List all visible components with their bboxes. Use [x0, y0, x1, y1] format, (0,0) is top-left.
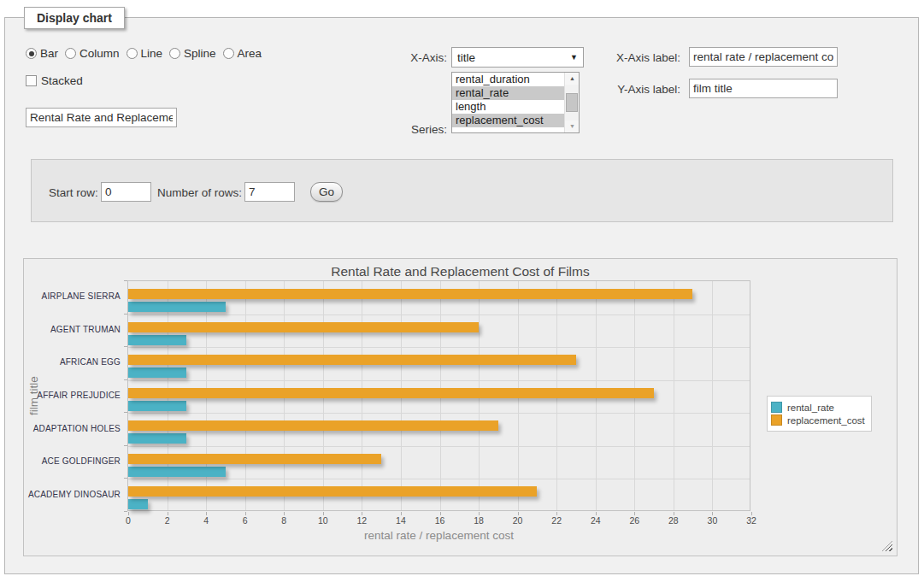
- resize-handle-icon[interactable]: [882, 541, 892, 551]
- gridline-horizontal: [128, 380, 750, 381]
- scrollbar-thumb[interactable]: [566, 93, 578, 112]
- radio-bar[interactable]: [26, 48, 37, 59]
- y-category-label: ACADEMY DINOSAUR: [24, 490, 121, 499]
- x-tick-label: 20: [513, 515, 523, 526]
- radio-line[interactable]: [127, 48, 138, 59]
- x-tick-label: 24: [591, 515, 601, 526]
- x-tick-label: 16: [435, 515, 445, 526]
- series-option-rental_duration[interactable]: rental_duration: [452, 73, 564, 86]
- series-option-length[interactable]: length: [452, 100, 564, 114]
- start-row-input[interactable]: [101, 182, 151, 202]
- y-axis-label-input[interactable]: [689, 79, 838, 98]
- legend-item-rental_rate: rental_rate: [771, 402, 865, 413]
- radio-spline[interactable]: [169, 48, 180, 59]
- y-tick-mark: [124, 511, 127, 512]
- x-tick-label: 26: [629, 515, 639, 526]
- x-tick-label: 10: [318, 515, 328, 526]
- bar-replacement_cost: [128, 322, 479, 332]
- go-button[interactable]: Go: [310, 182, 343, 202]
- gridline-horizontal: [128, 347, 750, 348]
- plot-area: [127, 280, 750, 511]
- y-category-label: AGENT TRUMAN: [24, 325, 121, 334]
- y-tick-mark: [124, 314, 127, 315]
- y-tick-mark: [124, 346, 127, 347]
- y-category-label: ACE GOLDFINGER: [24, 456, 121, 466]
- chart-type-option-area[interactable]: Area: [223, 47, 262, 60]
- x-axis-title: rental rate / replacement cost: [127, 529, 750, 542]
- scroll-down-icon[interactable]: ▼: [565, 121, 580, 132]
- number-of-rows-label: Number of rows:: [157, 186, 242, 199]
- gridline-vertical: [712, 281, 713, 510]
- gridline-horizontal: [128, 315, 750, 315]
- x-tick-label: 8: [281, 515, 286, 526]
- stacked-checkbox[interactable]: [26, 75, 37, 86]
- radio-label-area: Area: [238, 47, 262, 60]
- y-tick-mark: [124, 412, 127, 413]
- x-axis-select[interactable]: title ▼: [451, 47, 584, 68]
- chart-type-option-line[interactable]: Line: [127, 47, 163, 60]
- gridline-horizontal: [128, 479, 750, 479]
- bar-replacement_cost: [128, 486, 537, 497]
- x-axis-selected-value: title: [457, 51, 475, 64]
- y-category-label: AFFAIR PREJUDICE: [24, 391, 121, 400]
- number-of-rows-input[interactable]: [244, 182, 295, 202]
- x-tick-label: 12: [357, 515, 368, 526]
- gridline-horizontal: [128, 413, 750, 414]
- stacked-label: Stacked: [41, 74, 83, 87]
- series-field-label: Series:: [364, 123, 447, 136]
- x-axis-label-field-label: X-Axis label:: [567, 51, 680, 64]
- x-tick-label: 14: [396, 515, 406, 526]
- chart-title-input[interactable]: [26, 108, 177, 127]
- legend-item-replacement_cost: replacement_cost: [771, 414, 865, 426]
- series-option-replacement_cost[interactable]: replacement_cost: [452, 114, 564, 127]
- chart-container: Rental Rate and Replacement Cost of Film…: [23, 258, 898, 556]
- listbox-scrollbar[interactable]: ▲ ▼: [564, 73, 579, 132]
- legend-label-rental_rate: rental_rate: [787, 403, 834, 413]
- radio-column[interactable]: [65, 48, 76, 59]
- start-row-label: Start row:: [49, 186, 98, 199]
- bar-replacement_cost: [128, 355, 576, 365]
- bar-rental_rate: [128, 499, 148, 509]
- x-tick-label: 32: [746, 515, 756, 526]
- radio-label-spline: Spline: [184, 47, 216, 60]
- y-axis-label-field-label: Y-Axis label:: [567, 83, 680, 96]
- series-listbox[interactable]: ▲ ▼ rental_durationrental_ratelengthrepl…: [451, 72, 580, 133]
- x-tick-label: 22: [551, 515, 562, 526]
- bar-rental_rate: [128, 302, 226, 312]
- x-tick-label: 2: [165, 515, 170, 526]
- x-tick-label: 0: [126, 515, 131, 526]
- y-tick-mark: [124, 280, 127, 281]
- bar-rental_rate: [128, 401, 186, 411]
- radio-label-line: Line: [141, 47, 163, 60]
- chart-title: Rental Rate and Replacement Cost of Film…: [24, 264, 897, 279]
- chart-type-option-spline[interactable]: Spline: [169, 47, 216, 60]
- chart-type-option-bar[interactable]: Bar: [26, 47, 58, 60]
- chart-type-option-column[interactable]: Column: [65, 47, 120, 60]
- bar-rental_rate: [128, 335, 186, 345]
- x-tick-label: 28: [668, 515, 679, 526]
- bar-rental_rate: [128, 367, 186, 378]
- display-chart-panel: Display chart BarColumnLineSplineArea St…: [4, 17, 919, 574]
- legend-swatch-replacement_cost: [771, 414, 782, 426]
- stacked-checkbox-row[interactable]: Stacked: [26, 74, 83, 87]
- x-tick-label: 4: [203, 515, 209, 526]
- x-axis-field-label: X-Axis:: [364, 51, 447, 64]
- radio-dot: [29, 51, 34, 56]
- legend-swatch-rental_rate: [771, 402, 782, 413]
- bar-replacement_cost: [128, 388, 654, 398]
- radio-label-column: Column: [79, 47, 120, 60]
- bar-rental_rate: [128, 433, 186, 444]
- page: { "panel": { "legend_title": "Display ch…: [0, 0, 924, 582]
- bar-rental_rate: [128, 467, 226, 477]
- y-category-label: AIRPLANE SIERRA: [24, 291, 121, 301]
- radio-area[interactable]: [223, 48, 234, 59]
- chart-legend: rental_ratereplacement_cost: [767, 396, 872, 432]
- x-tick-label: 6: [243, 515, 248, 526]
- bar-replacement_cost: [128, 289, 692, 299]
- series-option-rental_rate[interactable]: rental_rate: [452, 86, 564, 100]
- radio-label-bar: Bar: [40, 47, 58, 60]
- gridline-horizontal: [128, 446, 750, 447]
- y-category-label: ADAPTATION HOLES: [24, 424, 121, 433]
- x-axis-label-input[interactable]: [689, 47, 838, 67]
- y-category-label: AFRICAN EGG: [24, 357, 121, 367]
